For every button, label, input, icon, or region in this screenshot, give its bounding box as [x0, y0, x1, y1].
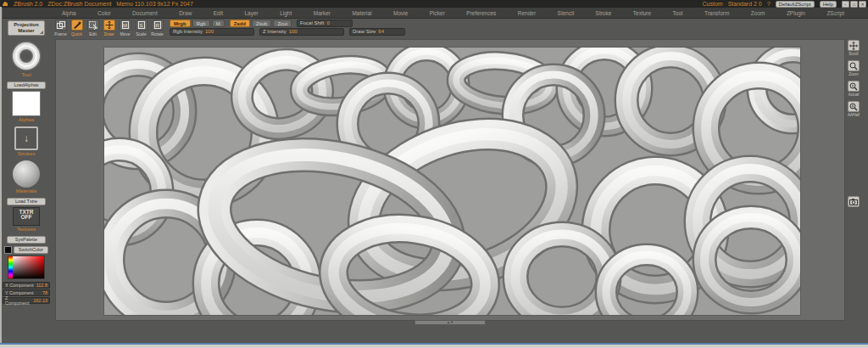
menu-edit[interactable]: Edit	[214, 10, 223, 16]
quick-icon	[71, 20, 83, 31]
doc-title: ZDoc:ZBrush Document	[47, 0, 111, 8]
current-stroke-thumbnail[interactable]: ↓	[14, 126, 38, 150]
material-label: Materials	[16, 188, 36, 194]
scroll-button[interactable]: Scroll	[847, 40, 860, 56]
menu-render[interactable]: Render	[518, 10, 536, 16]
menu-stroke[interactable]: Stroke	[596, 10, 612, 16]
rgb-button[interactable]: Rgb	[192, 20, 210, 27]
help-question-mark[interactable]: ?	[767, 0, 771, 8]
torus-ring	[515, 234, 609, 316]
menu-layer[interactable]: Layer	[244, 10, 258, 16]
edit-mode-button[interactable]: Edit	[86, 20, 100, 37]
default-zscript-button[interactable]: DefaultZScript	[776, 1, 815, 8]
menu-color[interactable]: Color	[97, 10, 111, 16]
down-arrow-icon: ↓	[24, 132, 29, 144]
current-color-swatch[interactable]	[4, 246, 12, 254]
current-alpha-thumbnail[interactable]	[12, 91, 41, 116]
tool-mode-buttons: FrameQuickEditDrawMMoveSScaleRRotate	[53, 20, 164, 37]
menu-texture[interactable]: Texture	[633, 10, 651, 16]
quick-mode-button[interactable]: Quick	[70, 20, 84, 37]
aahalf-button[interactable]: AAHalf	[847, 101, 860, 117]
menu-alpha[interactable]: Alpha	[62, 10, 76, 16]
canvas-area[interactable]: ▲▼	[55, 39, 845, 321]
tool-label: Tool	[21, 72, 31, 77]
window-left-border	[0, 7, 2, 348]
window-buttons: − □ ✕	[842, 1, 866, 8]
restore-button[interactable]: □	[850, 1, 858, 8]
menu-zplugin[interactable]: ZPlugin	[787, 10, 805, 16]
torus-canvas[interactable]	[103, 47, 801, 316]
right-shelf: ScrollZoomActualAAHalf	[847, 40, 860, 117]
menu-picker[interactable]: Picker	[430, 10, 445, 16]
stroke-label: Strokes	[18, 151, 35, 156]
zsub-button[interactable]: Zsub	[252, 20, 271, 27]
menu-zscript[interactable]: ZScript	[826, 10, 844, 16]
tray-divider-handle[interactable]: ▲▼	[415, 320, 486, 325]
switch-color-button[interactable]: SwitchColor	[14, 246, 48, 254]
zoom-icon	[848, 60, 860, 71]
menu-marker[interactable]: Marker	[314, 10, 331, 16]
current-tool-thumbnail[interactable]	[11, 41, 42, 71]
zbrush-logo-icon	[2, 1, 8, 7]
z-intensity-slider[interactable]: Z Intensity100	[259, 28, 344, 36]
m-button[interactable]: M	[212, 20, 225, 27]
current-material-thumbnail[interactable]	[13, 160, 40, 188]
rotate-mode-button[interactable]: RRotate	[150, 20, 164, 37]
load-texture-button[interactable]: Load Txtre	[7, 198, 46, 205]
draw-mode-button[interactable]: Draw	[102, 20, 116, 37]
torus-ring	[346, 110, 580, 300]
saturation-value-square[interactable]	[13, 256, 44, 278]
zoom-button[interactable]: Zoom	[847, 60, 860, 76]
svg-text:M: M	[123, 23, 127, 28]
color-component-sliders: X Component112.8Y Component78Z Component…	[3, 281, 50, 304]
minimize-button[interactable]: −	[842, 1, 849, 8]
scale-mode-button[interactable]: SScale	[134, 20, 148, 37]
focal-shift-slider[interactable]: Focal Shift0	[297, 20, 353, 27]
draw-size-slider[interactable]: Draw Size64	[349, 28, 405, 36]
current-texture-thumbnail[interactable]: TXTR OFF	[13, 207, 40, 226]
menu-light[interactable]: Light	[280, 10, 292, 16]
menu-tool[interactable]: Tool	[673, 10, 683, 16]
mrgb-button[interactable]: Mrgb	[170, 20, 191, 27]
brush-settings: MrgbRgbM ZaddZsubZcut Focal Shift0 Rgb I…	[170, 20, 405, 36]
menu-movie[interactable]: Movie	[393, 10, 408, 16]
zadd-button[interactable]: Zadd	[230, 20, 250, 27]
frame-mode-button[interactable]: Frame	[53, 20, 68, 37]
sys-palette-button[interactable]: SysPalette	[7, 236, 46, 244]
z-component-slider[interactable]: Z Component162.13	[3, 297, 50, 304]
menu-draw[interactable]: Draw	[179, 10, 192, 16]
taskbar-sliver	[0, 343, 868, 348]
edit-icon	[87, 20, 99, 31]
memo-readout: Memo 110.103 9x12 Fx 2047	[116, 0, 193, 8]
left-shelf: Projection Master Tool LoadAlphas Alphas…	[2, 20, 51, 304]
actual-icon	[848, 81, 860, 92]
titlebar: ZBrush 2.0 ZDoc:ZBrush Document Memo 110…	[0, 0, 868, 8]
projection-master-button[interactable]: Projection Master	[8, 20, 45, 36]
move-mode-button[interactable]: MMove	[118, 20, 132, 37]
rotate-icon: R	[152, 20, 164, 31]
x-component-slider[interactable]: X Component112.8	[3, 282, 50, 289]
close-button[interactable]: ✕	[859, 1, 866, 8]
load-alphas-button[interactable]: LoadAlphas	[7, 81, 46, 89]
aahalf-icon	[848, 101, 860, 112]
app-title: ZBrush 2.0	[14, 0, 42, 8]
menu-document[interactable]: Document	[132, 10, 158, 16]
zcut-button[interactable]: Zcut	[273, 20, 292, 27]
menu-stencil[interactable]: Stencil	[558, 10, 575, 16]
actual-button[interactable]: Actual	[847, 81, 860, 97]
help-button[interactable]: Help	[820, 1, 837, 8]
snapshot-button[interactable]	[848, 196, 860, 207]
custom-label[interactable]: Custom	[703, 0, 723, 8]
texture-label: Textures	[17, 227, 36, 232]
menu-material[interactable]: Material	[352, 10, 371, 16]
standard-label[interactable]: Standard 2 0	[728, 0, 762, 8]
rgb-intensity-slider[interactable]: Rgb Intensity100	[170, 28, 254, 36]
menu-preferences[interactable]: Preferences	[466, 10, 496, 16]
frame-icon	[55, 20, 67, 31]
menu-zoom[interactable]: Zoom	[751, 10, 765, 16]
svg-text:S: S	[139, 23, 142, 28]
top-shelf: FrameQuickEditDrawMMoveSScaleRRotate Mrg…	[3, 19, 868, 39]
color-picker[interactable]	[8, 255, 45, 279]
scale-icon: S	[136, 20, 147, 31]
menu-transform[interactable]: Transform	[704, 10, 729, 16]
